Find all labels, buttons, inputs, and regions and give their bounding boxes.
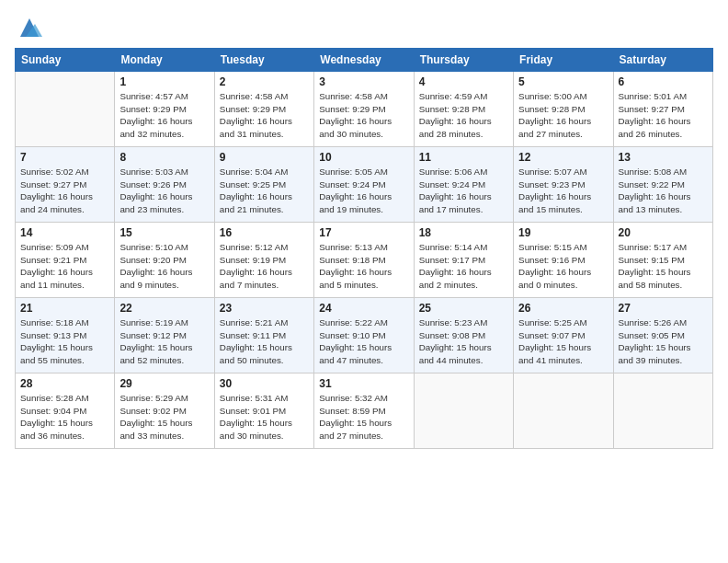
weekday-header-monday: Monday xyxy=(115,49,214,72)
day-number: 25 xyxy=(419,302,508,315)
day-info: Sunrise: 5:26 AMSunset: 9:05 PMDaylight:… xyxy=(619,316,708,367)
day-number: 5 xyxy=(518,75,608,88)
day-number: 11 xyxy=(419,151,508,164)
day-cell: 10Sunrise: 5:05 AMSunset: 9:24 PMDayligh… xyxy=(314,147,414,223)
day-cell: 14Sunrise: 5:09 AMSunset: 9:21 PMDayligh… xyxy=(16,223,115,298)
calendar-table: SundayMondayTuesdayWednesdayThursdayFrid… xyxy=(15,48,713,449)
day-number: 13 xyxy=(619,151,708,164)
day-cell: 26Sunrise: 5:25 AMSunset: 9:07 PMDayligh… xyxy=(514,298,613,373)
day-cell: 16Sunrise: 5:12 AMSunset: 9:19 PMDayligh… xyxy=(214,223,313,298)
day-cell: 19Sunrise: 5:15 AMSunset: 9:16 PMDayligh… xyxy=(514,223,613,298)
day-cell: 27Sunrise: 5:26 AMSunset: 9:05 PMDayligh… xyxy=(613,298,712,373)
day-info: Sunrise: 4:57 AMSunset: 9:29 PMDaylight:… xyxy=(119,90,209,141)
day-cell: 4Sunrise: 4:59 AMSunset: 9:28 PMDaylight… xyxy=(414,72,513,147)
day-number: 28 xyxy=(20,377,109,390)
day-cell: 24Sunrise: 5:22 AMSunset: 9:10 PMDayligh… xyxy=(314,298,414,373)
day-info: Sunrise: 5:10 AMSunset: 9:20 PMDaylight:… xyxy=(119,241,209,292)
day-number: 4 xyxy=(419,75,508,88)
day-cell: 6Sunrise: 5:01 AMSunset: 9:27 PMDaylight… xyxy=(613,72,712,147)
day-info: Sunrise: 5:05 AMSunset: 9:24 PMDaylight:… xyxy=(319,166,408,216)
week-row-3: 14Sunrise: 5:09 AMSunset: 9:21 PMDayligh… xyxy=(16,223,713,298)
day-info: Sunrise: 5:06 AMSunset: 9:24 PMDaylight:… xyxy=(419,166,508,216)
day-number: 6 xyxy=(619,75,708,88)
day-cell: 5Sunrise: 5:00 AMSunset: 9:28 PMDaylight… xyxy=(514,72,613,147)
weekday-header-tuesday: Tuesday xyxy=(214,49,313,72)
day-number: 17 xyxy=(319,226,408,239)
day-cell: 29Sunrise: 5:29 AMSunset: 9:02 PMDayligh… xyxy=(115,373,214,449)
day-cell xyxy=(414,373,513,449)
day-number: 22 xyxy=(119,302,209,315)
day-number: 20 xyxy=(619,226,708,239)
day-number: 30 xyxy=(220,377,309,390)
day-cell xyxy=(514,373,613,449)
day-info: Sunrise: 5:04 AMSunset: 9:25 PMDaylight:… xyxy=(220,166,309,216)
day-cell: 23Sunrise: 5:21 AMSunset: 9:11 PMDayligh… xyxy=(214,298,313,373)
day-cell: 15Sunrise: 5:10 AMSunset: 9:20 PMDayligh… xyxy=(115,223,214,298)
day-cell: 21Sunrise: 5:18 AMSunset: 9:13 PMDayligh… xyxy=(16,298,115,373)
weekday-header-saturday: Saturday xyxy=(613,49,712,72)
day-cell: 9Sunrise: 5:04 AMSunset: 9:25 PMDaylight… xyxy=(214,147,313,223)
logo-blue-row xyxy=(15,18,42,40)
day-cell xyxy=(613,373,712,449)
day-info: Sunrise: 4:58 AMSunset: 9:29 PMDaylight:… xyxy=(319,90,408,141)
day-cell: 1Sunrise: 4:57 AMSunset: 9:29 PMDaylight… xyxy=(115,72,214,147)
day-cell xyxy=(16,72,115,147)
day-info: Sunrise: 5:32 AMSunset: 8:59 PMDaylight:… xyxy=(319,392,408,442)
day-cell: 18Sunrise: 5:14 AMSunset: 9:17 PMDayligh… xyxy=(414,223,513,298)
day-number: 7 xyxy=(20,151,109,164)
day-number: 21 xyxy=(20,302,109,315)
day-info: Sunrise: 5:18 AMSunset: 9:13 PMDaylight:… xyxy=(20,316,109,367)
day-cell: 12Sunrise: 5:07 AMSunset: 9:23 PMDayligh… xyxy=(514,147,613,223)
day-info: Sunrise: 5:14 AMSunset: 9:17 PMDaylight:… xyxy=(419,241,508,292)
logo-text xyxy=(15,18,42,40)
day-number: 14 xyxy=(20,226,109,239)
day-info: Sunrise: 5:15 AMSunset: 9:16 PMDaylight:… xyxy=(518,241,608,292)
logo-icon xyxy=(17,15,42,40)
weekday-header-friday: Friday xyxy=(514,49,613,72)
day-info: Sunrise: 5:08 AMSunset: 9:22 PMDaylight:… xyxy=(619,166,708,216)
logo xyxy=(15,18,42,40)
day-info: Sunrise: 5:12 AMSunset: 9:19 PMDaylight:… xyxy=(220,241,309,292)
day-info: Sunrise: 5:21 AMSunset: 9:11 PMDaylight:… xyxy=(220,316,309,367)
day-number: 18 xyxy=(419,226,508,239)
day-number: 24 xyxy=(319,302,408,315)
day-info: Sunrise: 4:59 AMSunset: 9:28 PMDaylight:… xyxy=(419,90,508,141)
day-number: 16 xyxy=(220,226,309,239)
day-info: Sunrise: 5:28 AMSunset: 9:04 PMDaylight:… xyxy=(20,392,109,442)
day-number: 15 xyxy=(119,226,209,239)
day-number: 12 xyxy=(518,151,608,164)
day-cell: 17Sunrise: 5:13 AMSunset: 9:18 PMDayligh… xyxy=(314,223,414,298)
day-cell: 3Sunrise: 4:58 AMSunset: 9:29 PMDaylight… xyxy=(314,72,414,147)
day-number: 1 xyxy=(119,75,209,88)
day-cell: 8Sunrise: 5:03 AMSunset: 9:26 PMDaylight… xyxy=(115,147,214,223)
header xyxy=(15,15,713,40)
day-cell: 7Sunrise: 5:02 AMSunset: 9:27 PMDaylight… xyxy=(16,147,115,223)
day-cell: 2Sunrise: 4:58 AMSunset: 9:29 PMDaylight… xyxy=(214,72,313,147)
day-info: Sunrise: 5:00 AMSunset: 9:28 PMDaylight:… xyxy=(518,90,608,141)
week-row-2: 7Sunrise: 5:02 AMSunset: 9:27 PMDaylight… xyxy=(16,147,713,223)
day-number: 10 xyxy=(319,151,408,164)
day-cell: 11Sunrise: 5:06 AMSunset: 9:24 PMDayligh… xyxy=(414,147,513,223)
day-info: Sunrise: 5:31 AMSunset: 9:01 PMDaylight:… xyxy=(220,392,309,442)
day-cell: 20Sunrise: 5:17 AMSunset: 9:15 PMDayligh… xyxy=(613,223,712,298)
week-row-4: 21Sunrise: 5:18 AMSunset: 9:13 PMDayligh… xyxy=(16,298,713,373)
day-cell: 28Sunrise: 5:28 AMSunset: 9:04 PMDayligh… xyxy=(16,373,115,449)
day-cell: 13Sunrise: 5:08 AMSunset: 9:22 PMDayligh… xyxy=(613,147,712,223)
day-cell: 31Sunrise: 5:32 AMSunset: 8:59 PMDayligh… xyxy=(314,373,414,449)
day-info: Sunrise: 4:58 AMSunset: 9:29 PMDaylight:… xyxy=(220,90,309,141)
day-number: 31 xyxy=(319,377,408,390)
day-cell: 25Sunrise: 5:23 AMSunset: 9:08 PMDayligh… xyxy=(414,298,513,373)
day-number: 3 xyxy=(319,75,408,88)
day-info: Sunrise: 5:01 AMSunset: 9:27 PMDaylight:… xyxy=(619,90,708,141)
day-info: Sunrise: 5:13 AMSunset: 9:18 PMDaylight:… xyxy=(319,241,408,292)
day-info: Sunrise: 5:25 AMSunset: 9:07 PMDaylight:… xyxy=(518,316,608,367)
day-info: Sunrise: 5:29 AMSunset: 9:02 PMDaylight:… xyxy=(119,392,209,442)
day-info: Sunrise: 5:17 AMSunset: 9:15 PMDaylight:… xyxy=(619,241,708,292)
day-info: Sunrise: 5:22 AMSunset: 9:10 PMDaylight:… xyxy=(319,316,408,367)
day-number: 9 xyxy=(220,151,309,164)
day-info: Sunrise: 5:02 AMSunset: 9:27 PMDaylight:… xyxy=(20,166,109,216)
weekday-header-sunday: Sunday xyxy=(16,49,115,72)
day-number: 8 xyxy=(119,151,209,164)
day-number: 26 xyxy=(518,302,608,315)
day-number: 27 xyxy=(619,302,708,315)
